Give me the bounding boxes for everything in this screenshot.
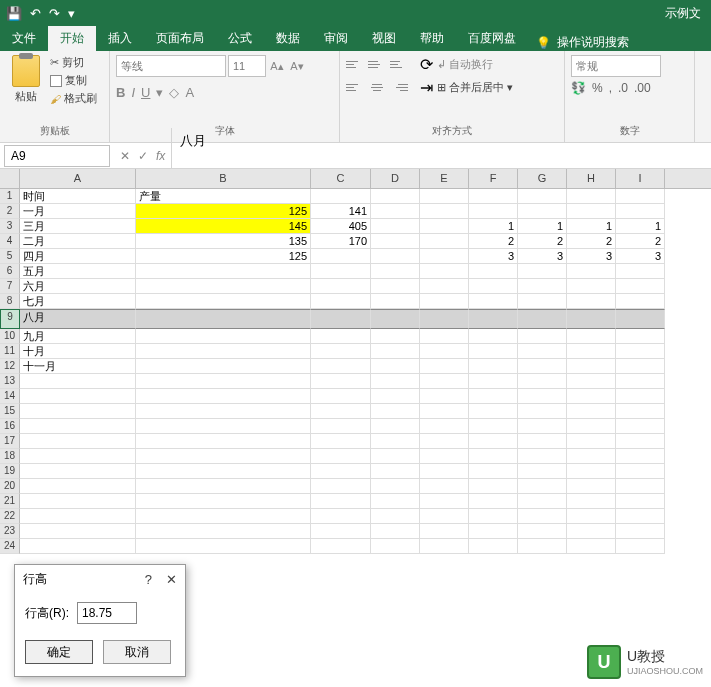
row-header-15[interactable]: 15 <box>0 404 20 419</box>
cell-B7[interactable] <box>136 279 311 294</box>
cell-D7[interactable] <box>371 279 420 294</box>
merge-center-button[interactable]: ⊞合并后居中▾ <box>437 80 513 95</box>
cell-H6[interactable] <box>567 264 616 279</box>
cell-A1[interactable]: 时间 <box>20 189 136 204</box>
cell-I6[interactable] <box>616 264 665 279</box>
name-box[interactable] <box>4 145 110 167</box>
cell-C2[interactable]: 141 <box>311 204 371 219</box>
cell-B18[interactable] <box>136 449 311 464</box>
align-right-button[interactable] <box>390 80 408 96</box>
cell-G16[interactable] <box>518 419 567 434</box>
cell-C4[interactable]: 170 <box>311 234 371 249</box>
cell-C9[interactable] <box>311 309 371 329</box>
cell-H9[interactable] <box>567 309 616 329</box>
col-header-C[interactable]: C <box>311 169 371 188</box>
cell-I4[interactable]: 2 <box>616 234 665 249</box>
cell-E3[interactable] <box>420 219 469 234</box>
cell-F21[interactable] <box>469 494 518 509</box>
cell-C15[interactable] <box>311 404 371 419</box>
cell-C14[interactable] <box>311 389 371 404</box>
tab-formulas[interactable]: 公式 <box>216 26 264 51</box>
cell-A13[interactable] <box>20 374 136 389</box>
cell-B22[interactable] <box>136 509 311 524</box>
tab-baidu[interactable]: 百度网盘 <box>456 26 528 51</box>
cell-H17[interactable] <box>567 434 616 449</box>
cell-I24[interactable] <box>616 539 665 554</box>
cell-H4[interactable]: 2 <box>567 234 616 249</box>
cell-E22[interactable] <box>420 509 469 524</box>
underline-button[interactable]: U <box>141 85 150 100</box>
col-header-F[interactable]: F <box>469 169 518 188</box>
cell-E21[interactable] <box>420 494 469 509</box>
cell-H15[interactable] <box>567 404 616 419</box>
currency-button[interactable]: 💱 <box>571 81 586 95</box>
cell-F17[interactable] <box>469 434 518 449</box>
cell-A23[interactable] <box>20 524 136 539</box>
cell-D3[interactable] <box>371 219 420 234</box>
row-header-7[interactable]: 7 <box>0 279 20 294</box>
cell-G14[interactable] <box>518 389 567 404</box>
cell-I5[interactable]: 3 <box>616 249 665 264</box>
cell-E16[interactable] <box>420 419 469 434</box>
increase-decimal-button[interactable]: .0 <box>618 81 628 95</box>
col-header-E[interactable]: E <box>420 169 469 188</box>
tell-me-search[interactable]: 💡 操作说明搜索 <box>536 34 629 51</box>
accept-formula-icon[interactable]: ✓ <box>138 149 148 163</box>
font-name-select[interactable] <box>116 55 226 77</box>
percent-button[interactable]: % <box>592 81 603 95</box>
cell-G17[interactable] <box>518 434 567 449</box>
cell-C8[interactable] <box>311 294 371 309</box>
cell-A12[interactable]: 十一月 <box>20 359 136 374</box>
row-header-16[interactable]: 16 <box>0 419 20 434</box>
cell-C23[interactable] <box>311 524 371 539</box>
cell-C13[interactable] <box>311 374 371 389</box>
cell-A9[interactable]: 八月 <box>20 309 136 329</box>
cell-H23[interactable] <box>567 524 616 539</box>
cell-B5[interactable]: 125 <box>136 249 311 264</box>
save-icon[interactable]: 💾 <box>6 6 22 21</box>
cell-B12[interactable] <box>136 359 311 374</box>
cell-F2[interactable] <box>469 204 518 219</box>
cell-A11[interactable]: 十月 <box>20 344 136 359</box>
paste-button[interactable]: 粘贴 <box>6 55 46 104</box>
cell-F3[interactable]: 1 <box>469 219 518 234</box>
cell-F7[interactable] <box>469 279 518 294</box>
cell-D8[interactable] <box>371 294 420 309</box>
cell-F6[interactable] <box>469 264 518 279</box>
row-header-11[interactable]: 11 <box>0 344 20 359</box>
cell-F12[interactable] <box>469 359 518 374</box>
cell-B11[interactable] <box>136 344 311 359</box>
cell-H2[interactable] <box>567 204 616 219</box>
cell-G20[interactable] <box>518 479 567 494</box>
row-header-19[interactable]: 19 <box>0 464 20 479</box>
cell-G19[interactable] <box>518 464 567 479</box>
cell-C5[interactable] <box>311 249 371 264</box>
cell-B15[interactable] <box>136 404 311 419</box>
cut-button[interactable]: ✂剪切 <box>50 55 97 70</box>
cell-I12[interactable] <box>616 359 665 374</box>
wrap-text-button[interactable]: ↲自动换行 <box>437 57 493 72</box>
cell-D23[interactable] <box>371 524 420 539</box>
cell-C22[interactable] <box>311 509 371 524</box>
cell-A21[interactable] <box>20 494 136 509</box>
row-header-4[interactable]: 4 <box>0 234 20 249</box>
col-header-G[interactable]: G <box>518 169 567 188</box>
cell-C7[interactable] <box>311 279 371 294</box>
cell-E15[interactable] <box>420 404 469 419</box>
cell-D13[interactable] <box>371 374 420 389</box>
cell-I18[interactable] <box>616 449 665 464</box>
row-height-input[interactable] <box>77 602 137 624</box>
cell-A15[interactable] <box>20 404 136 419</box>
cell-I7[interactable] <box>616 279 665 294</box>
cell-B3[interactable]: 145 <box>136 219 311 234</box>
indent-button[interactable]: ⇥ <box>420 78 433 97</box>
tab-insert[interactable]: 插入 <box>96 26 144 51</box>
border-button[interactable]: ▾ <box>156 85 163 100</box>
cell-E9[interactable] <box>420 309 469 329</box>
cell-D9[interactable] <box>371 309 420 329</box>
cell-I20[interactable] <box>616 479 665 494</box>
cell-G13[interactable] <box>518 374 567 389</box>
decrease-font-button[interactable]: A▾ <box>288 55 306 77</box>
qat-dropdown-icon[interactable]: ▾ <box>68 6 75 21</box>
cell-C20[interactable] <box>311 479 371 494</box>
